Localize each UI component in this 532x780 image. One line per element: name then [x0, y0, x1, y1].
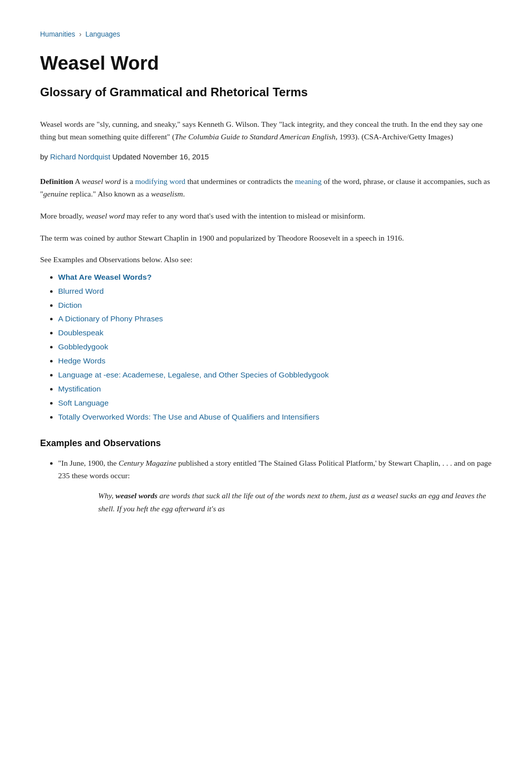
list-item: Doublespeak — [58, 326, 492, 340]
meaning-link[interactable]: meaning — [295, 177, 322, 185]
list-item-link[interactable]: Mystification — [58, 384, 101, 393]
modifying-word-link[interactable]: modifying word — [135, 177, 185, 185]
also-see-label: See Examples and Observations below. Als… — [40, 253, 492, 266]
breadcrumb: Humanities › Languages — [40, 30, 492, 38]
list-item: A Dictionary of Phony Phrases — [58, 312, 492, 326]
breadcrumb-languages[interactable]: Languages — [85, 30, 120, 38]
list-item: Totally Overworked Words: The Use and Ab… — [58, 410, 492, 424]
definition-term: weasel word — [82, 177, 121, 185]
list-item-link[interactable]: Language at -ese: Academese, Legalese, a… — [58, 370, 329, 379]
also-see-list: What Are Weasel Words?Blurred WordDictio… — [40, 270, 492, 424]
list-item: Diction — [58, 298, 492, 312]
list-item-link[interactable]: Diction — [58, 301, 82, 309]
list-item-link[interactable]: Hedge Words — [58, 356, 105, 365]
page-subtitle: Glossary of Grammatical and Rhetorical T… — [40, 84, 492, 100]
list-item: Mystification — [58, 382, 492, 396]
list-item-link[interactable]: Gobbledygook — [58, 342, 108, 351]
list-item-link[interactable]: A Dictionary of Phony Phrases — [58, 314, 163, 323]
list-item-link[interactable]: Doublespeak — [58, 328, 103, 337]
byline: by Richard Nordquist Updated November 16… — [40, 152, 492, 161]
weaselism-term: weaselism — [151, 189, 183, 198]
intro-quote: Weasel words are "sly, cunning, and snea… — [40, 118, 492, 143]
example-item-1: "In June, 1900, the Century Magazine pub… — [58, 457, 492, 516]
list-item: Blurred Word — [58, 284, 492, 298]
century-magazine-italic: Century Magazine — [119, 459, 176, 467]
body-para-3: The term was coined by author Stewart Ch… — [40, 232, 492, 245]
list-item-link[interactable]: What Are Weasel Words? — [58, 273, 152, 281]
examples-list: "In June, 1900, the Century Magazine pub… — [40, 457, 492, 516]
breadcrumb-humanities[interactable]: Humanities — [40, 30, 75, 38]
list-item: Language at -ese: Academese, Legalese, a… — [58, 368, 492, 382]
body-para-2: More broadly, weasel word may refer to a… — [40, 210, 492, 223]
list-item-link[interactable]: Totally Overworked Words: The Use and Ab… — [58, 413, 320, 421]
list-item: Gobbledygook — [58, 340, 492, 354]
author-link[interactable]: Richard Nordquist — [50, 152, 110, 161]
page-title: Weasel Word — [40, 52, 492, 75]
list-item: What Are Weasel Words? — [58, 270, 492, 284]
examples-header: Examples and Observations — [40, 438, 492, 449]
list-item: Soft Language — [58, 396, 492, 410]
list-item-link[interactable]: Blurred Word — [58, 287, 104, 295]
definition-label: Definition — [40, 177, 73, 185]
breadcrumb-separator: › — [79, 30, 82, 38]
blockquote: Why, weasel words are words that suck al… — [98, 489, 492, 516]
list-item: Hedge Words — [58, 354, 492, 368]
definition-block: Definition A weasel word is a modifying … — [40, 175, 492, 201]
list-item-link[interactable]: Soft Language — [58, 399, 109, 407]
